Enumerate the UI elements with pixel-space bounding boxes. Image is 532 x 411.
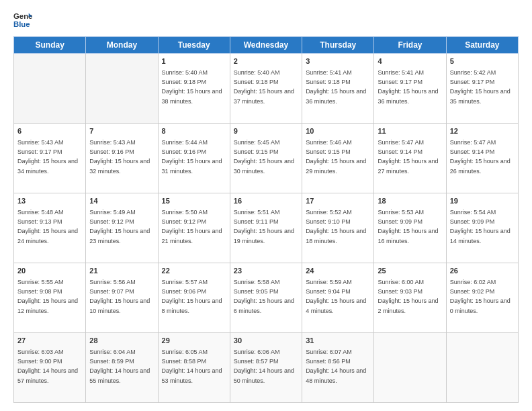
calendar-body: 1Sunrise: 5:40 AMSunset: 9:18 PMDaylight… — [14, 54, 519, 403]
cell-info: Sunrise: 6:06 AMSunset: 8:57 PMDaylight:… — [234, 349, 294, 383]
day-header-tuesday: Tuesday — [158, 37, 230, 54]
calendar-cell — [374, 333, 446, 403]
calendar-cell: 16Sunrise: 5:51 AMSunset: 9:11 PMDayligh… — [230, 193, 302, 263]
cell-info: Sunrise: 5:43 AMSunset: 9:16 PMDaylight:… — [89, 139, 150, 174]
calendar-cell: 21Sunrise: 5:56 AMSunset: 9:07 PMDayligh… — [86, 263, 158, 333]
calendar-cell: 30Sunrise: 6:06 AMSunset: 8:57 PMDayligh… — [230, 333, 302, 403]
calendar-cell — [14, 54, 86, 124]
calendar-cell: 24Sunrise: 5:59 AMSunset: 9:04 PMDayligh… — [302, 263, 374, 333]
day-number: 16 — [234, 196, 298, 206]
day-number: 18 — [378, 196, 442, 206]
day-header-saturday: Saturday — [446, 37, 518, 54]
calendar-cell: 14Sunrise: 5:49 AMSunset: 9:12 PMDayligh… — [86, 193, 158, 263]
day-number: 12 — [450, 126, 515, 136]
calendar-cell: 27Sunrise: 6:03 AMSunset: 9:00 PMDayligh… — [14, 333, 86, 403]
day-number: 5 — [450, 56, 515, 66]
cell-info: Sunrise: 5:56 AMSunset: 9:07 PMDaylight:… — [89, 279, 150, 314]
cell-info: Sunrise: 5:52 AMSunset: 9:10 PMDaylight:… — [306, 209, 366, 244]
day-header-monday: Monday — [86, 37, 158, 54]
cell-info: Sunrise: 5:46 AMSunset: 9:15 PMDaylight:… — [306, 139, 366, 174]
day-number: 23 — [234, 266, 298, 276]
calendar-cell: 7Sunrise: 5:43 AMSunset: 9:16 PMDaylight… — [86, 124, 158, 193]
day-number: 6 — [17, 126, 82, 136]
day-number: 31 — [306, 336, 370, 346]
cell-info: Sunrise: 5:58 AMSunset: 9:05 PMDaylight:… — [234, 279, 294, 314]
calendar-cell: 23Sunrise: 5:58 AMSunset: 9:05 PMDayligh… — [230, 263, 302, 333]
calendar-cell: 12Sunrise: 5:47 AMSunset: 9:14 PMDayligh… — [446, 124, 518, 193]
week-row-5: 27Sunrise: 6:03 AMSunset: 9:00 PMDayligh… — [14, 333, 519, 403]
cell-info: Sunrise: 5:59 AMSunset: 9:04 PMDaylight:… — [306, 279, 366, 314]
cell-info: Sunrise: 5:48 AMSunset: 9:13 PMDaylight:… — [17, 209, 78, 244]
day-number: 25 — [378, 266, 442, 276]
day-number: 30 — [234, 336, 298, 346]
calendar-cell — [86, 54, 158, 124]
day-number: 8 — [162, 126, 226, 136]
cell-info: Sunrise: 6:07 AMSunset: 8:56 PMDaylight:… — [306, 349, 366, 383]
calendar-cell: 20Sunrise: 5:55 AMSunset: 9:08 PMDayligh… — [14, 263, 86, 333]
calendar-cell: 15Sunrise: 5:50 AMSunset: 9:12 PMDayligh… — [158, 193, 230, 263]
calendar-cell: 19Sunrise: 5:54 AMSunset: 9:09 PMDayligh… — [446, 193, 518, 263]
calendar-cell: 28Sunrise: 6:04 AMSunset: 8:59 PMDayligh… — [86, 333, 158, 403]
cell-info: Sunrise: 5:53 AMSunset: 9:09 PMDaylight:… — [378, 209, 438, 244]
day-header-sunday: Sunday — [14, 37, 86, 54]
cell-info: Sunrise: 5:49 AMSunset: 9:12 PMDaylight:… — [89, 209, 150, 244]
day-number: 29 — [162, 336, 226, 346]
cell-info: Sunrise: 6:04 AMSunset: 8:59 PMDaylight:… — [89, 349, 150, 383]
cell-info: Sunrise: 5:41 AMSunset: 9:18 PMDaylight:… — [306, 69, 366, 104]
calendar-cell: 13Sunrise: 5:48 AMSunset: 9:13 PMDayligh… — [14, 193, 86, 263]
calendar-cell: 6Sunrise: 5:43 AMSunset: 9:17 PMDaylight… — [14, 124, 86, 193]
day-number: 15 — [162, 196, 226, 206]
calendar-cell: 25Sunrise: 6:00 AMSunset: 9:03 PMDayligh… — [374, 263, 446, 333]
day-number: 14 — [89, 196, 154, 206]
logo: General Blue — [13, 11, 32, 30]
logo-icon: General Blue — [13, 11, 32, 30]
calendar-cell: 22Sunrise: 5:57 AMSunset: 9:06 PMDayligh… — [158, 263, 230, 333]
calendar-cell: 11Sunrise: 5:47 AMSunset: 9:14 PMDayligh… — [374, 124, 446, 193]
cell-info: Sunrise: 5:57 AMSunset: 9:06 PMDaylight:… — [162, 279, 222, 314]
cell-info: Sunrise: 5:47 AMSunset: 9:14 PMDaylight:… — [450, 139, 511, 174]
calendar-cell: 17Sunrise: 5:52 AMSunset: 9:10 PMDayligh… — [302, 193, 374, 263]
calendar-cell: 5Sunrise: 5:42 AMSunset: 9:17 PMDaylight… — [446, 54, 518, 124]
cell-info: Sunrise: 5:54 AMSunset: 9:09 PMDaylight:… — [450, 209, 511, 244]
day-header-wednesday: Wednesday — [230, 37, 302, 54]
cell-info: Sunrise: 6:00 AMSunset: 9:03 PMDaylight:… — [378, 279, 438, 314]
cell-info: Sunrise: 5:41 AMSunset: 9:17 PMDaylight:… — [378, 69, 438, 104]
week-row-4: 20Sunrise: 5:55 AMSunset: 9:08 PMDayligh… — [14, 263, 519, 333]
svg-text:Blue: Blue — [13, 20, 30, 28]
cell-info: Sunrise: 5:45 AMSunset: 9:15 PMDaylight:… — [234, 139, 294, 174]
cell-info: Sunrise: 5:40 AMSunset: 9:18 PMDaylight:… — [162, 69, 222, 104]
calendar-cell: 31Sunrise: 6:07 AMSunset: 8:56 PMDayligh… — [302, 333, 374, 403]
day-number: 27 — [17, 336, 82, 346]
cell-info: Sunrise: 5:43 AMSunset: 9:17 PMDaylight:… — [17, 139, 78, 174]
day-header-thursday: Thursday — [302, 37, 374, 54]
calendar-cell: 3Sunrise: 5:41 AMSunset: 9:18 PMDaylight… — [302, 54, 374, 124]
cell-info: Sunrise: 5:40 AMSunset: 9:18 PMDaylight:… — [234, 69, 294, 104]
day-number: 9 — [234, 126, 298, 136]
day-number: 7 — [89, 126, 154, 136]
calendar-cell: 4Sunrise: 5:41 AMSunset: 9:17 PMDaylight… — [374, 54, 446, 124]
cell-info: Sunrise: 5:55 AMSunset: 9:08 PMDaylight:… — [17, 279, 78, 314]
day-number: 1 — [162, 56, 226, 66]
day-number: 26 — [450, 266, 515, 276]
calendar-table: SundayMondayTuesdayWednesdayThursdayFrid… — [13, 36, 519, 403]
day-number: 4 — [378, 56, 442, 66]
day-number: 17 — [306, 196, 370, 206]
cell-info: Sunrise: 6:03 AMSunset: 9:00 PMDaylight:… — [17, 349, 78, 383]
week-row-2: 6Sunrise: 5:43 AMSunset: 9:17 PMDaylight… — [14, 124, 519, 193]
day-number: 28 — [89, 336, 154, 346]
week-row-1: 1Sunrise: 5:40 AMSunset: 9:18 PMDaylight… — [14, 54, 519, 124]
day-number: 21 — [89, 266, 154, 276]
day-number: 10 — [306, 126, 370, 136]
day-number: 11 — [378, 126, 442, 136]
calendar-cell: 9Sunrise: 5:45 AMSunset: 9:15 PMDaylight… — [230, 124, 302, 193]
calendar-cell: 10Sunrise: 5:46 AMSunset: 9:15 PMDayligh… — [302, 124, 374, 193]
day-number: 13 — [17, 196, 82, 206]
calendar-cell: 2Sunrise: 5:40 AMSunset: 9:18 PMDaylight… — [230, 54, 302, 124]
week-row-3: 13Sunrise: 5:48 AMSunset: 9:13 PMDayligh… — [14, 193, 519, 263]
cell-info: Sunrise: 5:50 AMSunset: 9:12 PMDaylight:… — [162, 209, 222, 244]
cell-info: Sunrise: 5:44 AMSunset: 9:16 PMDaylight:… — [162, 139, 222, 174]
day-header-friday: Friday — [374, 37, 446, 54]
calendar-cell: 26Sunrise: 6:02 AMSunset: 9:02 PMDayligh… — [446, 263, 518, 333]
header: General Blue — [13, 11, 519, 30]
day-number: 24 — [306, 266, 370, 276]
